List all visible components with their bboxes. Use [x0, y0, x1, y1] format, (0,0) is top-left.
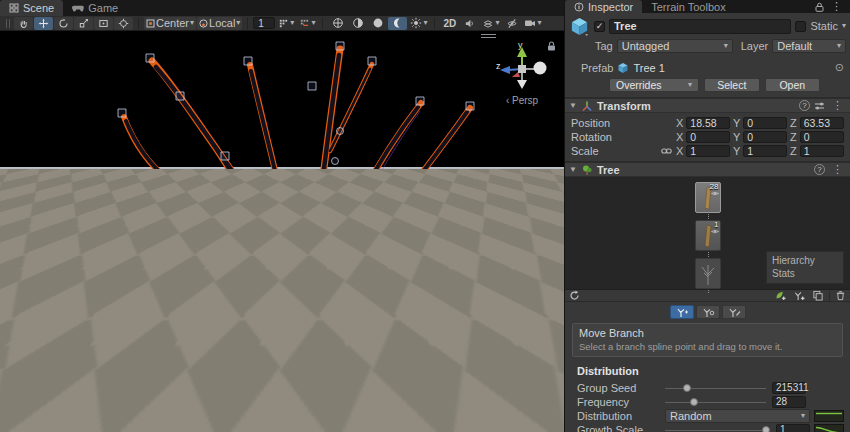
help-icon[interactable]: ?	[814, 164, 825, 175]
tab-inspector[interactable]: Inspector	[565, 0, 642, 13]
hidden-objects-button[interactable]	[502, 17, 521, 30]
toolbar-drag-handle[interactable]	[6, 19, 10, 28]
static-checkbox[interactable]	[795, 21, 806, 32]
tab-game[interactable]: Game	[63, 0, 127, 16]
orientation-label: Local	[209, 17, 235, 29]
growth-scale-value[interactable]: 1	[776, 424, 810, 432]
prefab-name[interactable]: Tree 1	[633, 62, 830, 74]
scale-link-icon[interactable]	[659, 147, 673, 155]
audio-toggle-button[interactable]	[460, 17, 479, 30]
kebab-icon[interactable]: ⋮	[829, 163, 846, 176]
foldout-icon[interactable]: ▼	[569, 101, 577, 110]
wireframe-mode-button[interactable]	[348, 17, 367, 30]
shaded-mode-button[interactable]	[328, 17, 347, 30]
transform-header[interactable]: ▼ Transform ? ⋮	[565, 98, 850, 113]
scale-row: Scale X1 Y1 Z1	[571, 144, 844, 157]
snap-increment-field[interactable]: 1	[253, 17, 275, 29]
distribution-dropdown[interactable]: Random▾	[665, 409, 810, 423]
tab-terrain-toolbox[interactable]: Terrain Toolbox	[642, 0, 734, 13]
growth-scale-curve-preview[interactable]	[814, 424, 844, 432]
rect-tool-button[interactable]	[94, 17, 113, 30]
active-checkbox[interactable]: ✓	[594, 21, 605, 32]
presets-icon[interactable]	[814, 101, 825, 111]
perspective-toggle[interactable]: ‹ Persp	[486, 95, 558, 106]
tree-root-node[interactable]	[695, 258, 721, 289]
pivot-icon	[146, 19, 155, 28]
freehand-branch-tool-button[interactable]	[722, 305, 746, 319]
position-z-field[interactable]: 63.53	[800, 117, 844, 129]
orientation-dropdown[interactable]: Local ▾	[197, 17, 242, 30]
refresh-icon[interactable]	[569, 290, 580, 301]
branch-group-node-selected[interactable]: 28	[695, 182, 721, 213]
tree-component-header[interactable]: ▼ Tree ? ⋮	[565, 162, 850, 177]
scene-pane: Scene Game Center ▾ Local	[0, 0, 565, 432]
tab-inspector-label: Inspector	[588, 1, 633, 13]
increment-snap-dropdown[interactable]: ▾	[297, 17, 317, 30]
branch-group-node[interactable]: 1	[695, 220, 721, 251]
help-icon[interactable]: ?	[799, 100, 810, 111]
pivot-mode-dropdown[interactable]: Center ▾	[144, 17, 196, 30]
rotation-y-field[interactable]: 0	[743, 131, 787, 143]
gameobject-name-field[interactable]: Tree	[609, 19, 791, 34]
static-dropdown-icon[interactable]: ▾	[842, 22, 846, 30]
tag-dropdown[interactable]: Untagged▾	[617, 39, 733, 53]
scale-tool-button[interactable]	[74, 17, 93, 30]
duplicate-node-icon[interactable]	[812, 290, 824, 301]
gameobject-name: Tree	[614, 20, 637, 32]
camera-dropdown[interactable]: ▾	[522, 17, 543, 30]
rotate-tool-button[interactable]	[54, 17, 73, 30]
overrides-dropdown[interactable]: Overrides▾	[609, 78, 699, 92]
distribution-curve-preview[interactable]	[814, 410, 844, 422]
delete-node-icon[interactable]	[835, 290, 846, 301]
rotation-x-field[interactable]: 0	[686, 131, 730, 143]
inspector-menu-button[interactable]: ⋮	[828, 0, 850, 13]
move-branch-tool-button[interactable]	[670, 305, 694, 319]
kebab-icon[interactable]: ⋮	[829, 99, 846, 112]
move-tool-button[interactable]	[34, 17, 53, 30]
rotation-z-field[interactable]: 0	[800, 131, 844, 143]
gameobject-cube-icon[interactable]	[569, 16, 590, 37]
add-branch-group-icon[interactable]	[793, 290, 807, 301]
frequency-value[interactable]: 28	[772, 396, 806, 408]
caret-down-icon: ▾	[290, 19, 294, 27]
frequency-slider[interactable]	[665, 397, 766, 407]
layer-dropdown[interactable]: Default▾	[772, 39, 846, 53]
tree-object[interactable]	[0, 31, 564, 432]
prefab-select-button[interactable]: Select	[704, 78, 760, 92]
tree-component-title: Tree	[597, 164, 810, 176]
lighting-dropdown[interactable]: ▾	[408, 17, 429, 30]
prefab-open-button[interactable]: Open	[765, 78, 821, 92]
group-seed-value[interactable]: 215311	[772, 382, 806, 394]
add-leaf-group-icon[interactable]	[774, 290, 788, 301]
scale-z-field[interactable]: 1	[800, 145, 844, 157]
growth-scale-slider[interactable]	[665, 425, 770, 432]
gizmo-lock-icon[interactable]	[547, 41, 556, 51]
position-y-field[interactable]: 0	[743, 117, 787, 129]
scene-viewport[interactable]: y z ‹ Persp	[0, 31, 564, 432]
tree-branches	[16, 55, 556, 383]
inspector-panel: Inspector Terrain Toolbox ⋮ ✓ Tree Stati…	[565, 0, 850, 432]
scale-x-field[interactable]: 1	[686, 145, 730, 157]
transform-tool-button[interactable]	[114, 17, 133, 30]
tab-scene[interactable]: Scene	[0, 0, 63, 16]
unlit-mode-button[interactable]	[368, 17, 387, 30]
caret-down-icon: ▾	[801, 412, 805, 420]
node-count-badge: 1	[714, 220, 718, 229]
effects-dropdown[interactable]: ▾	[480, 17, 501, 30]
rotate-branch-tool-button[interactable]	[696, 305, 720, 319]
hand-tool-button[interactable]	[14, 17, 33, 30]
inspector-lock-button[interactable]	[811, 0, 828, 13]
group-seed-slider[interactable]	[665, 383, 766, 393]
eye-icon[interactable]	[711, 191, 719, 196]
position-x-field[interactable]: 18.58	[686, 117, 730, 129]
2d-toggle-button[interactable]: 2D	[440, 17, 459, 30]
shadow-mode-button[interactable]	[388, 17, 407, 30]
foldout-icon[interactable]: ▼	[569, 165, 577, 174]
tree-hierarchy-canvas[interactable]: 28 1 Hierarchy Stats	[565, 177, 850, 290]
scale-y-field[interactable]: 1	[743, 145, 787, 157]
eye-icon[interactable]	[711, 229, 719, 234]
prefab-picker-icon[interactable]: ⊙	[835, 61, 844, 74]
caret-down-icon: ▾	[423, 19, 427, 27]
gizmo-neg-y-handle	[517, 80, 527, 89]
grid-snap-dropdown[interactable]: ▾	[276, 17, 296, 30]
